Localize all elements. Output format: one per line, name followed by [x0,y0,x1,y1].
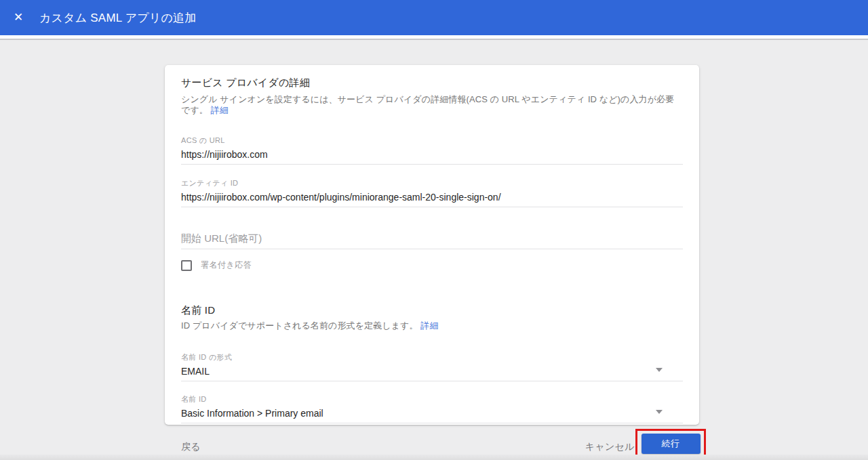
signed-response-label: 署名付き応答 [201,259,252,271]
acs-url-input[interactable]: https://nijiirobox.com [181,149,683,165]
service-provider-heading: サービス プロバイダの詳細 [181,75,683,89]
name-id-description-text: ID プロバイダでサポートされる名前の形式を定義します。 [181,320,418,331]
dialog-header: ✕ カスタム SAML アプリの追加 [0,0,868,35]
cancel-button[interactable]: キャンセル [585,441,635,453]
name-id-description: ID プロバイダでサポートされる名前の形式を定義します。 詳細 [181,320,683,331]
acs-url-label: ACS の URL [181,135,683,145]
chevron-down-icon[interactable] [656,368,663,372]
entity-id-field: エンティティ ID https://nijiirobox.com/wp-cont… [181,178,683,207]
dialog-title: カスタム SAML アプリの追加 [39,10,197,26]
start-url-input[interactable]: 開始 URL(省略可) [181,232,683,249]
close-icon[interactable]: ✕ [12,12,24,24]
service-provider-description-text: シングル サインオンを設定するには、サービス プロバイダの詳細情報(ACS の … [181,94,674,115]
header-divider [0,39,868,40]
back-button[interactable]: 戻る [181,441,201,453]
service-provider-details-link[interactable]: 詳細 [211,105,229,115]
start-url-field: 開始 URL(省略可) [181,232,683,249]
acs-url-field: ACS の URL https://nijiirobox.com [181,135,683,165]
service-provider-description: シングル サインオンを設定するには、サービス プロバイダの詳細情報(ACS の … [181,94,683,116]
bottom-edge-shadow [0,455,868,460]
name-id-heading: 名前 ID [181,303,683,317]
name-id-field: 名前 ID Basic Information > Primary email [181,394,683,423]
continue-button[interactable]: 続行 [642,434,701,454]
dialog-card: サービス プロバイダの詳細 シングル サインオンを設定するには、サービス プロバ… [165,65,699,425]
name-id-format-label: 名前 ID の形式 [181,352,683,362]
checkbox-icon[interactable] [181,260,192,271]
signed-response-checkbox-row[interactable]: 署名付き応答 [181,259,683,271]
name-id-format-field: 名前 ID の形式 EMAIL [181,352,683,381]
chevron-down-icon[interactable] [656,410,663,414]
entity-id-label: エンティティ ID [181,178,683,188]
name-id-select[interactable]: Basic Information > Primary email [181,408,683,423]
entity-id-input[interactable]: https://nijiirobox.com/wp-content/plugin… [181,192,683,207]
name-id-format-select[interactable]: EMAIL [181,366,683,381]
name-id-details-link[interactable]: 詳細 [420,320,438,331]
name-id-label: 名前 ID [181,394,683,404]
